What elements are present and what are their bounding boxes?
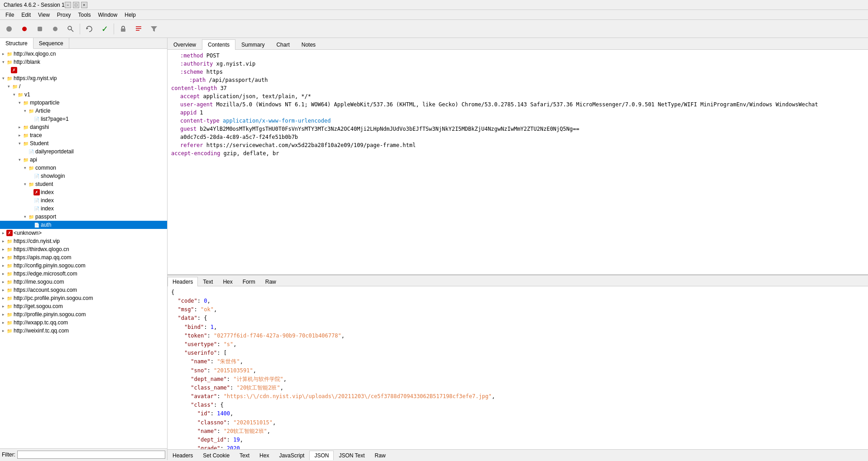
- check-button[interactable]: ✓: [97, 22, 112, 36]
- tree-item-index1[interactable]: ▸ 📄 index: [0, 196, 167, 204]
- req-tab-headers[interactable]: Headers: [168, 277, 198, 286]
- expander-get-sogou[interactable]: ▸: [0, 303, 6, 309]
- tree-item-config-pinyin[interactable]: ▸ 📁 http://config.pinyin.sogou.com: [0, 261, 167, 270]
- tab-structure[interactable]: Structure: [0, 38, 34, 49]
- expander-student-lower[interactable]: ▾: [22, 181, 28, 187]
- tree-item-profile-pinyin[interactable]: ▸ 📁 http://profile.pinyin.sogou.com: [0, 310, 167, 318]
- tree-item-blank[interactable]: ▾ 📁 http://blank: [0, 58, 167, 66]
- expander-root[interactable]: ▾: [5, 83, 12, 90]
- settings-button[interactable]: [33, 22, 47, 36]
- tree-item-get-sogou[interactable]: ▸ 📁 http://get.sogou.com: [0, 302, 167, 310]
- minimize-button[interactable]: −: [65, 2, 71, 8]
- expander-cdn-nyist[interactable]: ▸: [0, 238, 6, 244]
- tree-item-account-sogou[interactable]: ▸ 📁 https://account.sogou.com: [0, 286, 167, 294]
- clear-button[interactable]: [48, 22, 62, 36]
- tree-item-wx-qlogo[interactable]: ▸ 📁 http://wx.qlogo.cn: [0, 50, 167, 58]
- expander-edge-ms[interactable]: ▸: [0, 271, 6, 277]
- tab-notes[interactable]: Notes: [296, 39, 321, 50]
- filter-input[interactable]: [17, 451, 165, 459]
- tree-item-mptoparticle[interactable]: ▾ 📁 mptoparticle: [0, 99, 167, 107]
- tree-item-unknown[interactable]: ▸ ✗ <unknown>: [0, 229, 167, 237]
- expander-api[interactable]: ▾: [16, 157, 23, 163]
- tree-item-passport[interactable]: ▾ 📁 passport: [0, 213, 167, 221]
- menu-file[interactable]: File: [2, 11, 18, 19]
- find-button[interactable]: [63, 22, 78, 36]
- tree-item-pc-profile[interactable]: ▸ 📁 http://pc.profile.pinyin.sogou.com: [0, 294, 167, 302]
- tab-contents[interactable]: Contents: [202, 39, 235, 50]
- resp-tab-headers[interactable]: Headers: [168, 451, 198, 460]
- req-tab-text[interactable]: Text: [198, 277, 218, 286]
- tree-item-blank-error[interactable]: ✗: [0, 66, 167, 74]
- menu-edit[interactable]: Edit: [18, 11, 34, 19]
- refresh-button[interactable]: [82, 22, 96, 36]
- tree-item-xg-nyist[interactable]: ▾ 📁 https://xg.nyist.vip: [0, 74, 167, 82]
- tree-item-index-error[interactable]: ▸ ✗ index: [0, 188, 167, 196]
- tree-item-root[interactable]: ▾ 📁 /: [0, 82, 167, 90]
- expander-config-pinyin[interactable]: ▸: [0, 262, 6, 269]
- filter-button[interactable]: [147, 22, 161, 36]
- tree-item-auth[interactable]: ▸ 📄 auth: [0, 221, 167, 229]
- tab-chart[interactable]: Chart: [270, 39, 295, 50]
- tree-item-student-upper[interactable]: ▾ 📁 Student: [0, 139, 167, 147]
- expander-apis-map[interactable]: ▸: [0, 254, 6, 261]
- resp-tab-json[interactable]: JSON: [309, 451, 334, 460]
- menu-proxy[interactable]: Proxy: [53, 11, 75, 19]
- expander-profile-pinyin[interactable]: ▸: [0, 311, 6, 318]
- resp-tab-json-text[interactable]: JSON Text: [334, 451, 369, 460]
- tree-item-article[interactable]: ▾ 📁 Article: [0, 107, 167, 115]
- menu-tools[interactable]: Tools: [75, 11, 95, 19]
- tree-item-wxapp-tc[interactable]: ▸ 📁 http://wxapp.tc.qq.com: [0, 318, 167, 327]
- expander-v1[interactable]: ▾: [11, 91, 17, 98]
- expander-wxapp-tc[interactable]: ▸: [0, 319, 6, 326]
- req-tab-raw[interactable]: Raw: [260, 277, 281, 286]
- menu-help[interactable]: Help: [121, 11, 139, 19]
- tree-item-thirdwx[interactable]: ▸ 📁 https://thirdwx.qlogo.cn: [0, 245, 167, 253]
- resp-tab-text[interactable]: Text: [235, 451, 254, 460]
- start-stop-button[interactable]: [2, 22, 16, 36]
- maximize-button[interactable]: □: [73, 2, 79, 8]
- expander-ime-sogou[interactable]: ▸: [0, 279, 6, 285]
- tree-item-v1[interactable]: ▾ 📁 v1: [0, 90, 167, 99]
- tree-item-dangshi[interactable]: ▸ 📁 dangshi: [0, 123, 167, 131]
- expander-wx-qlogo[interactable]: ▸: [0, 51, 6, 57]
- expander-xg-nyist[interactable]: ▾: [0, 75, 6, 81]
- tree-item-edge-ms[interactable]: ▸ 📁 https://edge.microsoft.com: [0, 270, 167, 278]
- tab-overview[interactable]: Overview: [168, 39, 202, 50]
- tree-item-common[interactable]: ▾ 📁 common: [0, 164, 167, 172]
- tree-item-trace[interactable]: ▸ 📁 trace: [0, 131, 167, 139]
- tree-item-list[interactable]: ▸ 📄 list?page=1: [0, 115, 167, 123]
- expander-mptoparticle[interactable]: ▾: [16, 100, 23, 106]
- expander-account-sogou[interactable]: ▸: [0, 287, 6, 293]
- tree-item-dailyreport[interactable]: ▸ 📄 dailyreportdetail: [0, 147, 167, 156]
- resp-tab-raw[interactable]: Raw: [370, 451, 391, 460]
- tab-sequence[interactable]: Sequence: [34, 38, 69, 48]
- resp-tab-hex[interactable]: Hex: [254, 451, 274, 460]
- expander-weixin-tc[interactable]: ▸: [0, 328, 6, 334]
- menu-view[interactable]: View: [34, 11, 53, 19]
- req-tab-hex[interactable]: Hex: [218, 277, 237, 286]
- expander-thirdwx[interactable]: ▸: [0, 246, 6, 252]
- tree-item-ime-sogou[interactable]: ▸ 📁 http://ime.sogou.com: [0, 278, 167, 286]
- req-tab-form[interactable]: Form: [238, 277, 260, 286]
- compose-button[interactable]: [131, 22, 146, 36]
- tree-item-showlogin[interactable]: ▸ 📄 showlogin: [0, 172, 167, 180]
- tab-summary[interactable]: Summary: [235, 39, 270, 50]
- tree-container[interactable]: ▸ 📁 http://wx.qlogo.cn ▾ 📁 http://blank …: [0, 49, 167, 448]
- expander-passport[interactable]: ▾: [22, 214, 28, 220]
- ssl-button[interactable]: [116, 22, 130, 36]
- tree-item-apis-map[interactable]: ▸ 📁 https://apis.map.qq.com: [0, 253, 167, 261]
- tree-item-api[interactable]: ▾ 📁 api: [0, 156, 167, 164]
- expander-article[interactable]: ▾: [22, 108, 28, 114]
- menu-window[interactable]: Window: [95, 11, 121, 19]
- expander-common[interactable]: ▾: [22, 165, 28, 171]
- expander-unknown[interactable]: ▸: [0, 230, 6, 236]
- resp-tab-javascript[interactable]: JavaScript: [274, 451, 309, 460]
- expander-student-upper[interactable]: ▾: [16, 140, 23, 147]
- tree-item-index2[interactable]: ▸ 📄 index: [0, 204, 167, 213]
- resp-tab-set-cookie[interactable]: Set Cookie: [198, 451, 235, 460]
- close-button[interactable]: ×: [81, 2, 87, 8]
- tree-item-cdn-nyist[interactable]: ▸ 📁 https://cdn.nyist.vip: [0, 237, 167, 245]
- expander-dangshi[interactable]: ▸: [16, 124, 23, 130]
- expander-pc-profile[interactable]: ▸: [0, 295, 6, 301]
- tree-item-weixin-tc[interactable]: ▸ 📁 http://weixinf.tc.qq.com: [0, 327, 167, 335]
